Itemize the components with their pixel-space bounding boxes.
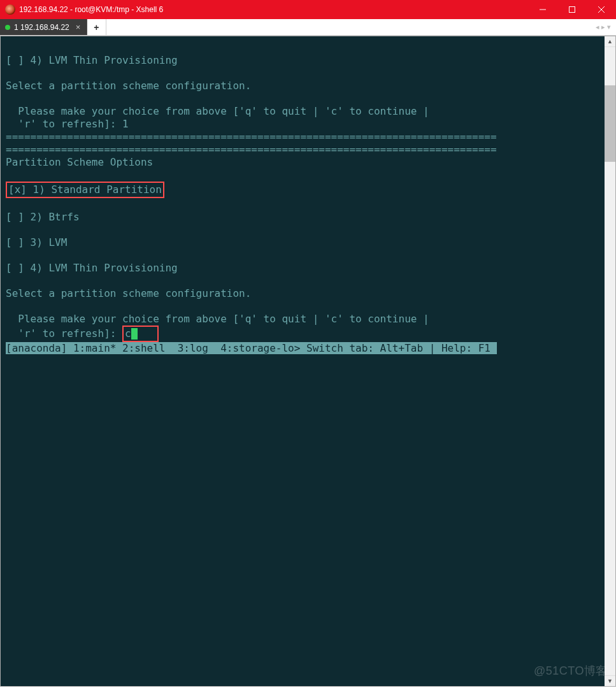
terminal-line bbox=[6, 224, 603, 236]
terminal-line: Please make your choice from above ['q' … bbox=[6, 105, 603, 118]
terminal-cursor bbox=[131, 328, 138, 340]
add-tab-button[interactable]: + bbox=[87, 19, 106, 35]
annotation-highlight-2: c bbox=[122, 326, 159, 342]
terminal-line bbox=[6, 92, 603, 105]
tab-overflow-arrows[interactable]: ◂ ▸ ▾ bbox=[591, 19, 616, 35]
watermark: @51CTO博客 bbox=[534, 663, 608, 678]
app-icon bbox=[5, 4, 15, 15]
terminal-line: [anaconda] 1:main* 2:shell 3:log 4:stora… bbox=[6, 342, 603, 355]
tab-session-1[interactable]: 1 192.168.94.22 × bbox=[0, 19, 87, 35]
terminal-line: [ ] 4) LVM Thin Provisioning bbox=[6, 54, 603, 67]
vertical-scrollbar[interactable]: ▲ ▼ bbox=[605, 36, 615, 686]
tab-label: 1 192.168.94.22 bbox=[14, 23, 69, 32]
tab-close-icon[interactable]: × bbox=[76, 22, 81, 32]
terminal[interactable]: [ ] 4) LVM Thin ProvisioningSelect a par… bbox=[6, 41, 603, 681]
svg-rect-1 bbox=[569, 7, 575, 13]
terminal-line: [ ] 3) LVM bbox=[6, 236, 603, 249]
terminal-line: ========================================… bbox=[6, 143, 603, 156]
terminal-line: Select a partition scheme configuration. bbox=[6, 80, 603, 92]
terminal-line: [ ] 4) LVM Thin Provisioning bbox=[6, 262, 603, 275]
tab-bar: 1 192.168.94.22 × + ◂ ▸ ▾ bbox=[0, 19, 616, 36]
terminal-line bbox=[6, 169, 603, 182]
close-button[interactable] bbox=[587, 0, 616, 19]
window-title: 192.168.94.22 - root@KVM:/tmp - Xshell 6 bbox=[19, 5, 163, 14]
scrollbar-thumb[interactable] bbox=[605, 85, 615, 162]
terminal-line bbox=[6, 275, 603, 287]
terminal-line: [ ] 2) Btrfs bbox=[6, 211, 603, 224]
scroll-up-icon[interactable]: ▲ bbox=[605, 36, 615, 47]
annotation-highlight-1: [x] 1) Standard Partition bbox=[6, 182, 164, 198]
terminal-line: 'r' to refresh]: c bbox=[6, 326, 603, 342]
status-dot-icon bbox=[5, 25, 10, 30]
terminal-statusbar: [anaconda] 1:main* 2:shell 3:log 4:stora… bbox=[6, 342, 497, 354]
terminal-line: [x] 1) Standard Partition bbox=[6, 182, 603, 198]
terminal-line: Please make your choice from above ['q' … bbox=[6, 313, 603, 326]
terminal-line bbox=[6, 249, 603, 262]
terminal-line bbox=[6, 67, 603, 80]
minimize-button[interactable] bbox=[528, 0, 557, 19]
terminal-container: [ ] 4) LVM Thin ProvisioningSelect a par… bbox=[0, 36, 616, 687]
terminal-line: Select a partition scheme configuration. bbox=[6, 287, 603, 300]
terminal-line: Partition Scheme Options bbox=[6, 156, 603, 169]
terminal-line bbox=[6, 300, 603, 313]
window-titlebar: 192.168.94.22 - root@KVM:/tmp - Xshell 6 bbox=[0, 0, 616, 19]
terminal-line: ========================================… bbox=[6, 131, 603, 143]
terminal-line: 'r' to refresh]: 1 bbox=[6, 118, 603, 131]
plus-icon: + bbox=[94, 22, 99, 32]
terminal-line bbox=[6, 198, 603, 211]
terminal-line bbox=[6, 41, 603, 54]
maximize-button[interactable] bbox=[557, 0, 587, 19]
